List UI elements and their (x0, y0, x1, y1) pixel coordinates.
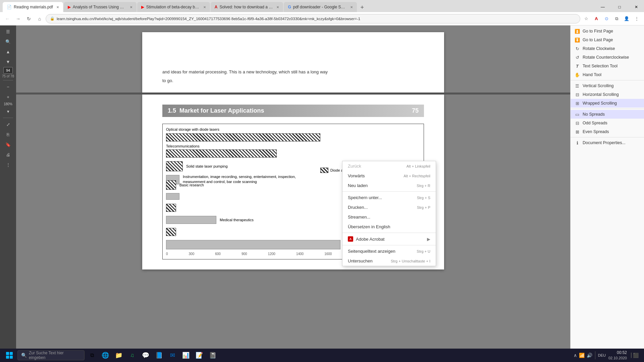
panel-doc-props[interactable]: ℹ Document Properties... (571, 138, 644, 147)
address-bar[interactable]: 🔒 learn.tsinghua.edu.cn/f/wlxt/kc/wj_wjb… (46, 14, 580, 23)
tray-volume-icon[interactable]: 🔊 (587, 353, 592, 358)
zoom-dropdown-button[interactable]: ▾ (2, 107, 14, 116)
ctx-acrobat-arrow: ▶ (427, 237, 430, 242)
settings-icon[interactable]: ⋮ (632, 14, 641, 23)
tab-google-search[interactable]: G pdf downloader - Google Search ✕ (284, 2, 357, 12)
show-desktop-button[interactable]: ⬛ (631, 353, 639, 358)
tab-reading-materials[interactable]: 📄 Reading materials.pdf ✕ (3, 2, 63, 12)
tab-close-4[interactable]: ✕ (276, 5, 279, 9)
panel-hand[interactable]: ✋ Hand Tool (571, 70, 644, 79)
ctx-back[interactable]: Zurück Alt + Linkspfeil (342, 161, 436, 171)
prev-page-button[interactable]: ▲ (2, 47, 14, 56)
ctx-reload[interactable]: Neu laden Strg + R (342, 181, 436, 190)
outlook-taskbar-icon[interactable]: ✉ (166, 349, 178, 361)
zoom-level: 180% (4, 102, 12, 106)
ctx-print-shortcut: Strg + P (417, 205, 430, 209)
onenote-taskbar-icon[interactable]: 📓 (207, 349, 219, 361)
panel-rotate-ccw[interactable]: ↺ Rotate Counterclockwise (571, 53, 644, 62)
panel-no-spreads[interactable]: ▭ No Spreads (571, 110, 644, 119)
ctx-forward[interactable]: Vorwärts Alt + Rechtspfeil (342, 171, 436, 181)
profile-icon[interactable]: 👤 (622, 14, 631, 23)
panel-wrap-scroll[interactable]: ⊞ Wrapped Scrolling (571, 99, 644, 108)
maximize-button[interactable]: □ (612, 1, 627, 13)
ctx-reload-label: Neu laden (348, 183, 368, 188)
panel-go-last[interactable]: ⏬ Go to Last Page (571, 36, 644, 44)
zoom-out-button[interactable]: − (2, 82, 14, 92)
windows-logo (6, 352, 13, 359)
even-spreads-icon: ⊠ (575, 129, 580, 134)
bookmark-button[interactable]: 🔖 (2, 140, 14, 149)
ctx-view-source[interactable]: Seitenquelltext anzeigen Strg + U (342, 246, 436, 256)
start-button[interactable] (3, 349, 16, 362)
panel-label-go-first: Go to First Page (583, 29, 613, 34)
next-page-button[interactable]: ▼ (2, 57, 14, 66)
tab-icon-yt2: ▶ (68, 5, 71, 9)
browser-chrome: 📄 Reading materials.pdf ✕ ▶ Analysis of … (0, 0, 644, 25)
panel-odd-spreads[interactable]: ⊟ Odd Spreads (571, 119, 644, 127)
tray-network-icon[interactable]: 📶 (579, 353, 585, 358)
tab-stimulation[interactable]: ▶ Stimulation of beta-decay by las... ✕ (137, 2, 210, 12)
pdf-right-panel: ⏫ Go to First Page ⏬ Go to Last Page ↻ R… (570, 25, 644, 349)
wrap-scroll-icon: ⊞ (575, 101, 580, 106)
acrobat-nav-icon[interactable]: A (592, 14, 601, 23)
sidebar-toggle-button[interactable]: ☰ (2, 27, 14, 36)
tab-close-3[interactable]: ✕ (203, 5, 206, 9)
extensions-icon[interactable]: ⧉ (612, 14, 621, 23)
page-number-input[interactable] (3, 67, 13, 74)
forward-button[interactable]: → (13, 14, 23, 23)
excel-taskbar-icon[interactable]: 📊 (180, 349, 192, 361)
panel-horiz-scroll[interactable]: ⊟ Horizontal Scrolling (571, 90, 644, 99)
search-pdf-button[interactable]: 🔍 (2, 37, 14, 46)
print-pdf-button[interactable]: 🖨 (2, 150, 14, 159)
tab-close-2[interactable]: ✕ (130, 5, 132, 9)
ctx-inspect[interactable]: Untersuchen Strg + Umschalttaste + I (342, 256, 436, 266)
tab-close-1[interactable]: ✕ (56, 5, 59, 9)
panel-even-spreads[interactable]: ⊠ Even Spreads (571, 127, 644, 136)
tray-up-arrow-icon[interactable]: ∧ (574, 353, 577, 358)
ctx-inspect-label: Untersuchen (348, 258, 373, 263)
panel-text-sel[interactable]: T Text Selection Tool (571, 62, 644, 70)
back-button[interactable]: ← (3, 14, 12, 23)
word-taskbar-icon[interactable]: 📝 (193, 349, 205, 361)
tab-solved-pdf[interactable]: A Solved: how to download a pdf f... ✕ (211, 2, 283, 12)
reload-button[interactable]: ↻ (24, 14, 34, 23)
home-button[interactable]: ⌂ (35, 14, 44, 23)
more-options-button[interactable]: ⋮ (2, 160, 14, 169)
go-last-icon: ⏬ (575, 37, 580, 43)
chrome-icon[interactable]: ⊙ (602, 14, 611, 23)
ctx-translate-label: Übersetzen in English (348, 224, 390, 229)
teams-taskbar-icon[interactable]: 📘 (153, 349, 165, 361)
fit-window-button[interactable]: ⤢ (2, 120, 14, 129)
zoom-in-button[interactable]: + (2, 92, 14, 102)
ctx-translate[interactable]: Übersetzen in English (342, 222, 436, 232)
ctx-back-shortcut: Alt + Linkspfeil (407, 164, 430, 168)
tab-analysis-trusses[interactable]: ▶ Analysis of Trusses Using Finite E... … (64, 2, 137, 12)
horiz-scroll-icon: ⊟ (575, 92, 580, 97)
rotate-view-button[interactable]: ⎘ (2, 130, 14, 139)
acrobat-ctx-icon: A (348, 236, 353, 242)
pdf-page-top: and ideas for material processing. This … (142, 32, 444, 93)
panel-rotate-cw[interactable]: ↻ Rotate Clockwise (571, 44, 644, 53)
panel-go-first[interactable]: ⏫ Go to First Page (571, 27, 644, 36)
tab-close-5[interactable]: ✕ (350, 5, 353, 9)
spotify-taskbar-icon[interactable]: ♫ (126, 349, 138, 361)
minimize-button[interactable]: — (595, 1, 610, 13)
panel-label-hand: Hand Tool (583, 72, 601, 77)
ctx-acrobat[interactable]: A Adobe Acrobat ▶ (342, 234, 436, 244)
ctx-save[interactable]: Speichern unter... Strg + S (342, 193, 436, 202)
panel-vert-scroll[interactable]: ☰ Vertical Scrolling (571, 81, 644, 90)
explorer-taskbar-icon[interactable]: 📁 (113, 349, 125, 361)
ctx-print[interactable]: Drucken... Strg + P (342, 202, 436, 212)
ctx-inspect-shortcut: Strg + Umschalttaste + I (391, 259, 430, 263)
ctx-stream[interactable]: Streamen... (342, 212, 436, 222)
taskbar-search[interactable]: 🔍 Zur Suche Text hier eingeben (17, 350, 85, 360)
new-tab-button[interactable]: + (358, 3, 367, 12)
discord-taskbar-icon[interactable]: 💬 (140, 349, 152, 361)
panel-label-vert-scroll: Vertical Scrolling (583, 83, 613, 88)
chrome-taskbar-icon[interactable]: 🌐 (99, 349, 111, 361)
bookmark-star-icon[interactable]: ☆ (582, 14, 591, 23)
panel-label-rotate-cw: Rotate Clockwise (583, 46, 615, 51)
no-spreads-icon: ▭ (575, 112, 580, 117)
task-view-button[interactable]: ⧉ (86, 349, 98, 361)
close-button[interactable]: ✕ (629, 1, 644, 13)
